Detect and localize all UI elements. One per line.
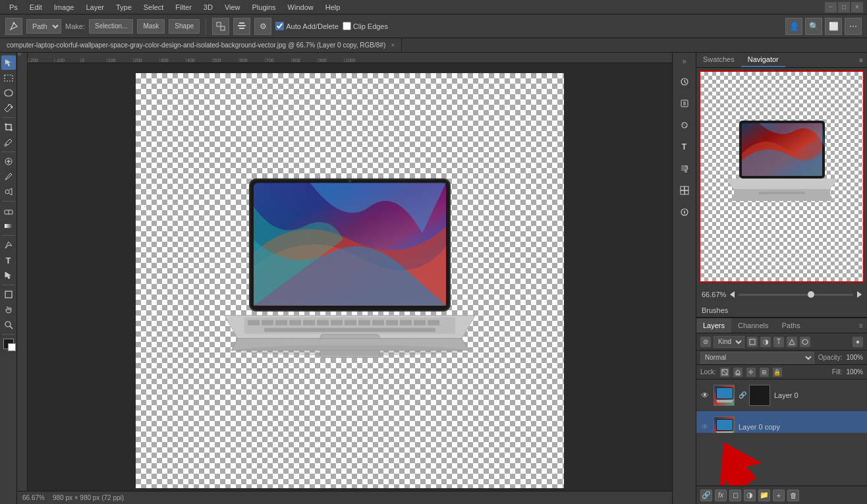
layer-fx-btn[interactable]: fx bbox=[715, 490, 727, 501]
menu-image[interactable]: Image bbox=[49, 2, 80, 13]
history-icon[interactable] bbox=[675, 72, 694, 92]
gradient-btn[interactable] bbox=[1, 219, 16, 233]
minimize-button[interactable]: − bbox=[825, 2, 837, 13]
eyedropper-btn[interactable] bbox=[1, 135, 16, 150]
layer-mask-btn[interactable]: ◻ bbox=[729, 490, 741, 501]
clip-edges-checkbox[interactable]: Clip Edges bbox=[343, 22, 388, 30]
selection-button[interactable]: Selection... bbox=[89, 19, 133, 34]
menu-edit[interactable]: Edit bbox=[24, 2, 47, 13]
layers-panel-menu-btn[interactable]: ≡ bbox=[855, 322, 867, 329]
layer-link-btn[interactable]: 🔗 bbox=[700, 490, 712, 501]
pen-tool-btn[interactable] bbox=[1, 238, 16, 252]
menu-select[interactable]: Select bbox=[138, 2, 169, 13]
layer-0-visibility-toggle[interactable]: 👁 bbox=[700, 391, 710, 400]
menu-plugins[interactable]: Plugins bbox=[247, 2, 281, 13]
text-btn[interactable]: T bbox=[1, 253, 16, 267]
healing-btn[interactable] bbox=[1, 154, 16, 169]
panel-expand-btn[interactable]: ≡ bbox=[855, 55, 867, 65]
menu-type[interactable]: Type bbox=[111, 2, 137, 13]
menu-view[interactable]: View bbox=[219, 2, 246, 13]
menu-window[interactable]: Window bbox=[283, 2, 319, 13]
filter-adjust-icon[interactable]: ◑ bbox=[760, 337, 771, 347]
libraries-icon[interactable] bbox=[675, 181, 694, 200]
svg-rect-17 bbox=[5, 291, 12, 298]
menu-filter[interactable]: Filter bbox=[170, 2, 196, 13]
learn-icon[interactable] bbox=[675, 202, 694, 222]
lock-transparent-icon[interactable] bbox=[720, 368, 729, 377]
auto-add-delete-checkbox[interactable]: Auto Add/Delete bbox=[275, 22, 339, 30]
layer-item-copy[interactable]: 👁 Layer 0 copy bbox=[696, 411, 867, 433]
align-icon[interactable] bbox=[233, 18, 250, 35]
zoom-decrease-btn[interactable] bbox=[730, 291, 735, 298]
settings-icon[interactable]: ⚙ bbox=[254, 18, 271, 35]
paragraph-icon[interactable] bbox=[675, 159, 694, 179]
screen-mode-icon[interactable]: ⬜ bbox=[825, 18, 842, 35]
paths-tab[interactable]: Paths bbox=[775, 318, 807, 333]
layer-item-0[interactable]: 👁 🔗 Layer 0 bbox=[696, 379, 867, 411]
filter-shape-icon[interactable] bbox=[787, 337, 797, 347]
lasso-tool-btn[interactable] bbox=[1, 86, 16, 100]
filter-toggle-icon[interactable]: ⊘ bbox=[700, 337, 711, 347]
delete-layer-btn[interactable]: 🗑 bbox=[787, 490, 799, 501]
magic-wand-btn[interactable] bbox=[1, 101, 16, 115]
menu-ps[interactable]: Ps bbox=[4, 2, 23, 13]
new-layer-btn[interactable]: + bbox=[773, 490, 785, 501]
menu-3d[interactable]: 3D bbox=[198, 2, 218, 13]
svg-rect-3 bbox=[238, 25, 246, 26]
adjustments-icon[interactable] bbox=[675, 115, 694, 135]
layer-copy-visibility-toggle[interactable]: 👁 bbox=[700, 422, 710, 432]
search-icon[interactable]: 🔍 bbox=[805, 18, 822, 35]
lock-position-icon[interactable]: ✛ bbox=[746, 368, 756, 377]
blend-mode-select[interactable]: Normal bbox=[700, 352, 814, 364]
more-options-icon[interactable]: ⋯ bbox=[845, 18, 862, 35]
zoom-tool-btn[interactable] bbox=[1, 318, 16, 332]
menu-help[interactable]: Help bbox=[320, 2, 346, 13]
tab-close-btn[interactable]: × bbox=[391, 42, 395, 49]
filter-type-icon[interactable]: T bbox=[773, 337, 784, 347]
eraser-btn[interactable] bbox=[1, 204, 16, 218]
channels-tab[interactable]: Channels bbox=[731, 318, 775, 333]
menu-layer[interactable]: Layer bbox=[80, 2, 109, 13]
svg-point-13 bbox=[5, 190, 9, 194]
mask-button[interactable]: Mask bbox=[137, 19, 165, 34]
maximize-button[interactable]: □ bbox=[838, 2, 850, 13]
zoom-increase-btn[interactable] bbox=[857, 291, 862, 298]
zoom-thumb[interactable] bbox=[808, 291, 814, 298]
zoom-slider[interactable] bbox=[739, 294, 853, 296]
svg-rect-69 bbox=[737, 373, 739, 375]
foreground-color-btn[interactable] bbox=[1, 337, 16, 351]
layer-adjustment-btn[interactable]: ◑ bbox=[744, 490, 756, 501]
filter-smartobj-icon[interactable] bbox=[800, 337, 810, 347]
filter-active-toggle[interactable]: ● bbox=[853, 337, 863, 347]
properties-icon[interactable] bbox=[675, 94, 694, 113]
clone-btn[interactable] bbox=[1, 184, 16, 199]
lock-image-icon[interactable] bbox=[733, 368, 742, 377]
layer-kind-select[interactable]: Kind bbox=[713, 336, 744, 348]
path-type-select[interactable]: Path bbox=[26, 19, 61, 34]
path-ops-icon[interactable] bbox=[212, 18, 229, 35]
hand-btn[interactable] bbox=[1, 302, 16, 317]
layers-tab[interactable]: Layers bbox=[696, 318, 731, 333]
filter-pixel-icon[interactable] bbox=[747, 337, 758, 347]
pen-tool-icon[interactable] bbox=[5, 18, 22, 35]
path-select-btn[interactable] bbox=[1, 268, 16, 283]
close-button[interactable]: × bbox=[851, 2, 863, 13]
lock-artboard-icon[interactable]: ⊞ bbox=[760, 368, 769, 377]
shape-tool-btn[interactable] bbox=[1, 287, 16, 302]
lock-all-icon[interactable]: 🔒 bbox=[773, 368, 782, 377]
selection-tool-btn[interactable] bbox=[1, 55, 16, 70]
brush-btn[interactable] bbox=[1, 169, 16, 184]
layer-group-btn[interactable]: 📁 bbox=[758, 490, 770, 501]
document-tab[interactable]: computer-laptop-colorful-wallpaper-space… bbox=[0, 38, 402, 52]
ruler-top: -200 -100 0 100 200 300 400 500 600 700 … bbox=[28, 53, 672, 63]
layer-0-link-icon[interactable]: 🔗 bbox=[739, 391, 746, 399]
marquee-tool-btn[interactable] bbox=[1, 70, 16, 85]
canvas-area[interactable] bbox=[28, 63, 672, 491]
swatches-tab[interactable]: Swatches bbox=[696, 53, 741, 67]
crop-tool-btn[interactable] bbox=[1, 120, 16, 134]
user-icon[interactable]: 👤 bbox=[785, 18, 802, 35]
shape-button[interactable]: Shape bbox=[169, 19, 200, 34]
character-icon[interactable]: T bbox=[675, 137, 694, 157]
panels-collapse-btn[interactable]: » bbox=[675, 55, 694, 67]
navigator-tab[interactable]: Navigator bbox=[741, 53, 785, 67]
